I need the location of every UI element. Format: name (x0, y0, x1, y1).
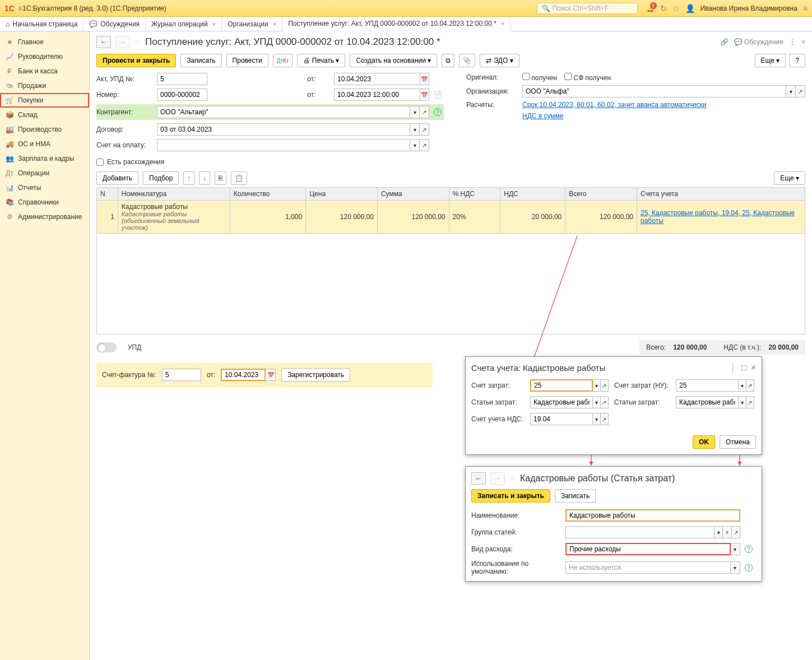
help-button[interactable]: ? (789, 54, 805, 67)
calendar-icon[interactable]: 📅 (420, 73, 429, 85)
move-down-button[interactable]: ↓ (199, 171, 210, 185)
sidebar-item-production[interactable]: 🏭Производство (0, 122, 89, 137)
link-icon[interactable]: 🔗 (720, 38, 729, 46)
schet-nds-input[interactable] (530, 413, 593, 425)
paste-button[interactable]: 📋 (231, 171, 247, 185)
help-icon[interactable]: ? (434, 108, 442, 116)
col-total[interactable]: Всего (565, 188, 637, 201)
col-accounts[interactable]: Счета учета (637, 188, 805, 201)
forward-button[interactable]: → (115, 36, 130, 48)
tab-discussions[interactable]: 💬Обсуждения (83, 17, 146, 31)
user-name[interactable]: Иванова Ирина Владимировна (700, 4, 797, 12)
sf-date-input[interactable] (221, 369, 266, 381)
sidebar-item-stock[interactable]: 📦Склад (0, 108, 89, 122)
col-n[interactable]: N (97, 188, 118, 201)
sidebar-item-main[interactable]: ★Главное (0, 35, 89, 49)
calendar-icon[interactable]: 📅 (420, 89, 429, 101)
open-icon[interactable]: ↗ (420, 106, 429, 118)
back-button[interactable]: ← (96, 36, 111, 48)
group-input[interactable] (565, 526, 714, 538)
close-icon[interactable]: × (501, 20, 504, 27)
help-icon[interactable]: ? (745, 564, 753, 571)
bell-icon[interactable]: 🔔2 (646, 4, 655, 12)
calendar-icon[interactable]: 📅 (266, 369, 276, 381)
table-row[interactable]: 1 Кадастровые работыКадастровые работы (… (97, 201, 805, 234)
star-icon[interactable]: ☆ (134, 38, 141, 46)
col-qty[interactable]: Количество (230, 188, 305, 201)
sidebar-item-bank[interactable]: ₽Банк и касса (0, 64, 89, 78)
sf-received-checkbox[interactable] (564, 73, 572, 80)
save-close-button[interactable]: Записать и закрыть (471, 489, 550, 503)
dt-kt-button[interactable]: ДтКт (273, 54, 293, 67)
help-icon[interactable]: ? (745, 545, 753, 553)
tab-current[interactable]: Поступление услуг: Акт, УПД 0000-000002 … (282, 17, 511, 31)
tab-home[interactable]: ⌂Начальная страница (0, 17, 83, 31)
move-up-button[interactable]: ↑ (183, 171, 194, 185)
accounts-link[interactable]: 25, Кадастровые работы, 19.04, 25, Кадас… (641, 209, 795, 225)
contragent-input[interactable] (157, 106, 410, 118)
stati-zatrat-input[interactable] (530, 396, 593, 408)
schet-zatrat-input[interactable] (530, 379, 593, 392)
schet-zatrat-nu-input[interactable] (676, 379, 739, 392)
copy-button[interactable]: ⎘ (215, 171, 226, 185)
akt-num-input[interactable] (157, 73, 207, 85)
history-icon[interactable]: ↻ (660, 4, 667, 13)
sidebar-item-admin[interactable]: ⚙Администрирование (0, 210, 89, 224)
more-icon[interactable]: ⋮ (729, 362, 737, 373)
close-icon[interactable]: × (273, 21, 276, 27)
discuss-link[interactable]: 💬 Обсуждение (734, 38, 783, 46)
sidebar-item-manager[interactable]: 📈Руководителю (0, 49, 89, 64)
dropdown-icon[interactable]: ▾ (786, 85, 796, 97)
dropdown-icon[interactable]: ▾ (410, 123, 420, 136)
nds-link[interactable]: НДС в сумме (522, 112, 805, 120)
star-icon[interactable]: ☆ (672, 4, 680, 13)
save-button[interactable]: Записать (555, 489, 596, 503)
add-button[interactable]: Добавить (96, 171, 138, 185)
post-button[interactable]: Провести (226, 54, 268, 67)
star-icon[interactable]: ☆ (509, 475, 516, 482)
vid-input[interactable] (565, 543, 731, 555)
close-icon[interactable]: × (751, 362, 756, 373)
post-close-button[interactable]: Провести и закрыть (96, 54, 176, 67)
tab-orgs[interactable]: Организации× (222, 17, 282, 31)
col-price[interactable]: Цена (306, 188, 378, 201)
close-icon[interactable]: × (212, 21, 216, 27)
back-button[interactable]: ← (471, 472, 486, 485)
open-icon[interactable]: ↗ (420, 123, 429, 136)
number-date-input[interactable] (334, 89, 420, 101)
akt-date-input[interactable] (334, 73, 420, 85)
sf-num-input[interactable] (162, 369, 201, 381)
col-nds-pct[interactable]: % НДС (449, 188, 500, 201)
stati-zatrat2-input[interactable] (676, 396, 739, 408)
open-icon[interactable]: ↗ (420, 139, 429, 151)
related-button[interactable]: ⧉ (442, 54, 454, 67)
sidebar-item-sales[interactable]: 🛍Продажи (0, 78, 89, 93)
sidebar-item-payroll[interactable]: 👥Зарплата и кадры (0, 151, 89, 166)
sidebar-item-purchases[interactable]: 🛒Покупки (0, 93, 89, 108)
search-input[interactable]: 🔍 Поиск Ctrl+Shift+F (537, 3, 638, 14)
sidebar-item-reference[interactable]: 📚Справочники (0, 195, 89, 210)
maximize-icon[interactable]: □ (741, 362, 746, 373)
ok-button[interactable]: OK (693, 435, 715, 449)
print-button[interactable]: 🖨 Печать ▾ (297, 54, 345, 67)
menu-icon[interactable]: ≡ (18, 4, 22, 13)
name-input[interactable] (565, 509, 740, 522)
sidebar-item-reports[interactable]: 📊Отчеты (0, 180, 89, 195)
discrepancy-checkbox[interactable] (96, 159, 104, 166)
col-nomen[interactable]: Номенклатура (118, 188, 230, 201)
sidebar-item-assets[interactable]: 🚚ОС и НМА (0, 137, 89, 151)
forward-button[interactable]: → (490, 472, 505, 485)
sidebar-item-operations[interactable]: ДтОперации (0, 166, 89, 180)
settings-icon[interactable]: ≡ (803, 4, 808, 13)
create-based-button[interactable]: Создать на основании ▾ (350, 54, 437, 67)
more-button[interactable]: Еще ▾ (755, 54, 786, 67)
select-button[interactable]: Подбор (143, 171, 179, 185)
open-icon[interactable]: ↗ (796, 85, 805, 97)
dogovor-input[interactable] (157, 123, 410, 136)
number-input[interactable] (157, 89, 207, 101)
edo-button[interactable]: ⇄ ЭДО ▾ (480, 54, 519, 67)
table-more-button[interactable]: Еще ▾ (774, 171, 805, 185)
col-sum[interactable]: Сумма (377, 188, 449, 201)
raschety-link[interactable]: Срок 10.04.2023, 60.01, 60.02, зачет ава… (522, 101, 805, 109)
upd-toggle[interactable] (96, 342, 117, 352)
